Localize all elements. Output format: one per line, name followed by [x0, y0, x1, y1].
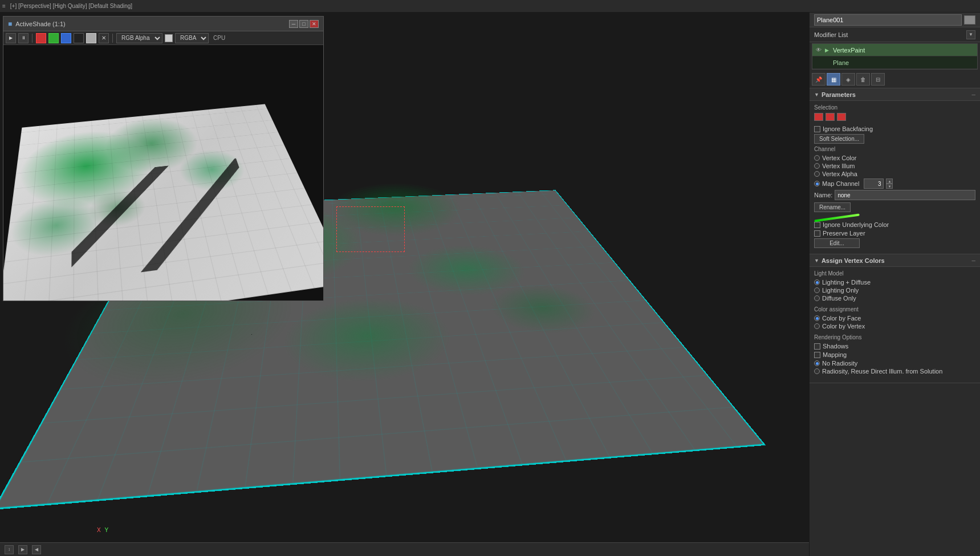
alpha-channel-btn[interactable]: [74, 33, 84, 43]
activeshade-content: [3, 45, 323, 301]
preserve-layer-row: Preserve Layer: [814, 230, 975, 237]
radiosity-reuse-radio[interactable]: [814, 368, 820, 374]
radiosity-reuse-row: Radiosity, Reuse Direct Illum. from Solu…: [814, 368, 975, 375]
selection-color-dots: [814, 113, 975, 121]
toolbar-separator-1: [32, 34, 32, 43]
channel-name-row: Name:: [814, 190, 975, 200]
modifier-item-vertexpaint[interactable]: 👁 ▶ VertexPaint: [812, 44, 977, 56]
next-panel-btn[interactable]: ▶: [18, 545, 27, 554]
color-dropdown[interactable]: RGBA: [175, 33, 209, 43]
rendering-options-label: Rendering Options: [814, 334, 975, 340]
shadows-row: Shadows: [814, 343, 975, 350]
green-channel-btn[interactable]: [48, 33, 59, 43]
mapping-checkbox[interactable]: [814, 352, 820, 358]
activeshade-3d-icon: ■: [8, 20, 12, 28]
assign-vertex-colors-pin: ─: [972, 258, 975, 263]
map-channel-radio[interactable]: [814, 181, 820, 186]
map-channel-up[interactable]: ▲: [886, 178, 893, 184]
selection-dot-3[interactable]: [837, 113, 846, 121]
lighting-diffuse-label: Lighting + Diffuse: [822, 279, 871, 286]
object-color-swatch[interactable]: [964, 15, 975, 25]
modifier-item-plane[interactable]: Plane: [812, 56, 977, 69]
toolbar-separator-2: [112, 34, 113, 43]
assign-vertex-colors-arrow: ▼: [814, 258, 819, 263]
shadows-label: Shadows: [823, 343, 848, 350]
collapse-btn[interactable]: ⊟: [871, 73, 885, 86]
channel-name-input[interactable]: [835, 190, 975, 200]
edit-btn[interactable]: Edit...: [814, 238, 860, 248]
vertex-alpha-radio[interactable]: [814, 171, 820, 177]
mapping-row: Mapping: [814, 351, 975, 358]
rename-row: Rename...: [814, 202, 975, 212]
vertex-illum-radio[interactable]: [814, 163, 820, 169]
minimize-button[interactable]: ─: [289, 20, 298, 28]
blue-channel-btn[interactable]: [61, 33, 71, 43]
color-swatch-btn[interactable]: [165, 34, 173, 42]
shadows-checkbox[interactable]: [814, 343, 820, 350]
light-model-group: Light Model Lighting + Diffuse Lighting …: [814, 270, 975, 302]
pin-modifier-btn[interactable]: 📌: [812, 73, 826, 86]
radiosity-reuse-label: Radiosity, Reuse Direct Illum. from Solu…: [822, 368, 942, 375]
close-button[interactable]: ✕: [310, 20, 319, 28]
ignore-underlying-checkbox[interactable]: [814, 222, 820, 228]
map-channel-down[interactable]: ▼: [886, 184, 893, 189]
modifier-stack: 👁 ▶ VertexPaint Plane: [812, 43, 978, 70]
no-radiosity-radio[interactable]: [814, 360, 820, 366]
vertex-color-label: Vertex Color: [822, 155, 857, 161]
parameters-section: ▼ Parameters ─ Selection Ignore Backfaci…: [810, 88, 980, 254]
diffuse-only-radio[interactable]: [814, 295, 820, 301]
white-channel-btn[interactable]: [86, 33, 96, 43]
color-by-vertex-radio[interactable]: [814, 323, 820, 329]
lighting-diffuse-radio[interactable]: [814, 279, 820, 285]
move-mode-btn[interactable]: ↕: [5, 545, 14, 554]
modifier-list-header: Modifier List ▼: [810, 27, 980, 42]
vertex-color-row: Vertex Color: [814, 155, 975, 161]
no-radiosity-label: No Radiosity: [822, 360, 857, 367]
x-channel-btn[interactable]: ✕: [99, 33, 109, 43]
activeshade-title-text: ActiveShade (1:1): [15, 21, 65, 27]
modifier-eye-icon[interactable]: 👁: [816, 47, 823, 53]
diffuse-only-row: Diffuse Only: [814, 295, 975, 302]
channel-name-label: Name:: [814, 192, 832, 198]
preserve-layer-checkbox[interactable]: [814, 230, 820, 237]
pause-button[interactable]: ⏸: [18, 33, 29, 43]
modifier-list-dropdown[interactable]: ▼: [966, 30, 975, 39]
channel-dropdown[interactable]: RGB Alpha RGBA: [116, 33, 162, 43]
lighting-diffuse-row: Lighting + Diffuse: [814, 279, 975, 286]
rename-btn[interactable]: Rename...: [814, 202, 851, 212]
modifier-controls: 📌 ▦ ◈ 🗑 ⊟: [810, 71, 980, 88]
object-name-input[interactable]: [814, 14, 962, 26]
delete-modifier-btn[interactable]: 🗑: [856, 73, 870, 86]
make-unique-btn[interactable]: ◈: [841, 73, 855, 86]
activeshade-window: ■ ActiveShade (1:1) ─ □ ✕ ▶ ⏸ ✕ RGB Alph…: [3, 16, 324, 301]
rendering-options-group: Rendering Options Shadows Mapping No Rad…: [814, 334, 975, 375]
app-menu[interactable]: ≡: [2, 3, 6, 9]
map-channel-label: Map Channel: [822, 180, 859, 187]
selection-dot-2[interactable]: [826, 113, 835, 121]
mapping-label: Mapping: [823, 351, 847, 358]
modifier-type-btn[interactable]: ▦: [827, 73, 840, 86]
parameters-section-header[interactable]: ▼ Parameters ─: [810, 88, 980, 101]
lighting-only-radio[interactable]: [814, 287, 820, 293]
parameters-pin-icon: ─: [972, 92, 975, 98]
prev-panel-btn[interactable]: ◀: [32, 545, 41, 554]
ignore-backfacing-checkbox[interactable]: [814, 126, 820, 132]
render-output: [3, 45, 323, 301]
modifier-expand-icon[interactable]: ▶: [825, 47, 831, 53]
red-channel-btn[interactable]: [36, 33, 46, 43]
vertex-color-radio[interactable]: [814, 155, 820, 161]
color-by-vertex-row: Color by Vertex: [814, 323, 975, 330]
color-by-face-radio[interactable]: [814, 315, 820, 321]
rendered-plane: [3, 104, 323, 301]
map-channel-spinner[interactable]: [864, 178, 884, 189]
modifier-list-label: Modifier List: [814, 31, 966, 38]
soft-selection-btn[interactable]: Soft Selection...: [814, 134, 864, 144]
activeshade-titlebar[interactable]: ■ ActiveShade (1:1) ─ □ ✕: [3, 17, 323, 31]
assign-vertex-colors-header[interactable]: ▼ Assign Vertex Colors ─: [810, 254, 980, 267]
render-button[interactable]: ▶: [6, 33, 16, 43]
selection-dot-1[interactable]: [814, 113, 823, 121]
maximize-button[interactable]: □: [299, 20, 308, 28]
top-toolbar: ≡ [+] [Perspective] [High Quality] [Defa…: [0, 0, 980, 13]
ignore-backfacing-row: Ignore Backfacing: [814, 125, 975, 132]
render-engine-label: CPU: [211, 35, 227, 41]
